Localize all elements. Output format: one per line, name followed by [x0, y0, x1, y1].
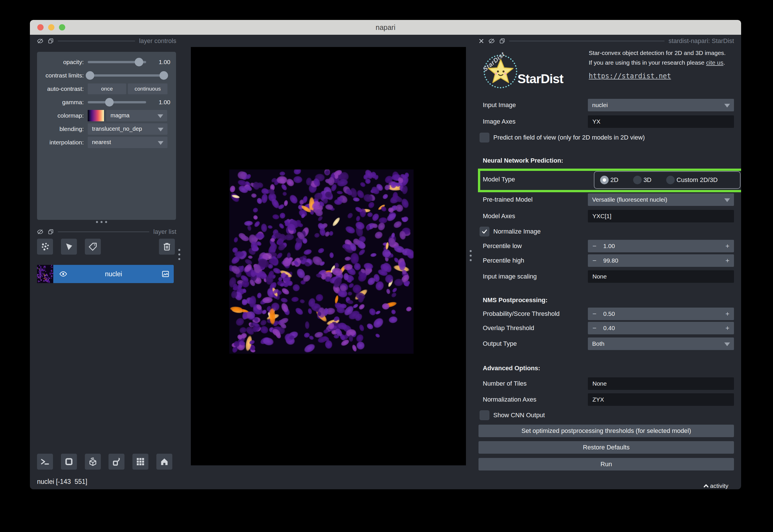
new-shapes-layer-button[interactable] — [61, 239, 77, 255]
viewer-canvas[interactable] — [191, 47, 466, 465]
home-icon — [159, 457, 169, 466]
layer-name: nuclei — [53, 270, 174, 278]
input-image-label: Input Image — [483, 99, 516, 111]
delete-layer-button[interactable] — [159, 239, 175, 255]
auto-contrast-continuous-button[interactable]: continuous — [128, 83, 167, 94]
image-layer-type-icon — [161, 270, 170, 278]
opacity-value: 1.00 — [159, 59, 176, 66]
float-dock-icon[interactable] — [48, 229, 54, 235]
radio-custom-2d3d[interactable]: Custom 2D/3D — [666, 176, 717, 184]
percentile-high-label: Percentile high — [483, 254, 524, 267]
roll-dimensions-button[interactable] — [85, 454, 101, 470]
radio-3d[interactable]: 3D — [633, 176, 651, 184]
napari-window: napari layer controls opacity: 1.00 cont… — [30, 20, 741, 489]
points-icon — [40, 242, 50, 251]
fov-checkbox[interactable] — [480, 133, 489, 142]
nn-prediction-heading: Neural Network Prediction: — [483, 157, 563, 164]
interpolation-row: interpolation: nearest — [37, 136, 176, 149]
transpose-icon — [111, 457, 122, 467]
auto-contrast-once-button[interactable]: once — [88, 83, 126, 94]
status-bar-text: nuclei [-143 551] — [37, 478, 87, 486]
blending-row: blending: translucent_no_dep — [37, 122, 176, 136]
new-points-layer-button[interactable] — [37, 239, 53, 255]
gamma-slider-handle[interactable] — [105, 98, 114, 107]
dock-header-rule — [509, 41, 664, 41]
dock-header-rule — [58, 41, 135, 41]
grid-icon — [136, 457, 145, 466]
increment-icon[interactable]: + — [725, 324, 734, 332]
increment-icon[interactable]: + — [725, 242, 734, 250]
layer-list-dock-title: layer list — [153, 228, 176, 236]
input-scaling-input[interactable]: None — [588, 270, 734, 283]
input-image-dropdown[interactable]: nuclei — [588, 99, 734, 111]
radio-circle[interactable] — [600, 176, 609, 184]
contrast-limits-slider[interactable] — [88, 71, 166, 80]
float-dock-icon[interactable] — [499, 38, 505, 44]
ndisplay-2d-button[interactable] — [61, 454, 77, 470]
layer-row-nuclei[interactable]: nuclei — [53, 265, 174, 283]
decrement-icon[interactable]: − — [588, 324, 596, 332]
overlap-threshold-spinbox[interactable]: − 0.40 + — [588, 322, 734, 334]
contrast-low-handle[interactable] — [86, 71, 94, 80]
hide-dock-icon[interactable] — [488, 38, 495, 44]
output-type-dropdown[interactable]: Both — [588, 337, 734, 350]
layer-controls-dock-title: layer controls — [139, 37, 176, 45]
home-reset-view-button[interactable] — [156, 454, 172, 470]
layer-thumbnail — [37, 265, 53, 283]
float-dock-icon[interactable] — [48, 38, 54, 44]
stardist-dock-title: stardist-napari: StarDist — [668, 37, 734, 45]
percentile-low-spinbox[interactable]: − 1.00 + — [588, 240, 734, 252]
model-type-label: Model Type — [483, 173, 515, 186]
activity-label: activity — [710, 482, 728, 489]
run-button[interactable]: Run — [478, 458, 734, 470]
gamma-slider[interactable] — [88, 98, 146, 107]
contrast-limits-row: contrast limits: — [37, 69, 176, 82]
activity-toggle[interactable]: activity — [702, 482, 728, 489]
interpolation-dropdown[interactable]: nearest — [88, 137, 167, 148]
grid-view-button[interactable] — [132, 454, 148, 470]
decrement-icon[interactable]: − — [588, 257, 596, 265]
normalize-image-checkbox[interactable] — [480, 227, 489, 236]
transpose-dimensions-button[interactable] — [109, 454, 124, 470]
chevron-down-icon — [158, 141, 163, 145]
hide-dock-icon[interactable] — [37, 38, 44, 44]
contrast-high-handle[interactable] — [159, 71, 168, 80]
contrast-limits-label: contrast limits: — [37, 72, 88, 79]
increment-icon[interactable]: + — [725, 310, 734, 318]
increment-icon[interactable]: + — [725, 257, 734, 265]
image-axes-input[interactable]: YX — [588, 115, 734, 128]
new-labels-layer-button[interactable] — [85, 239, 101, 255]
num-tiles-input[interactable]: None — [588, 377, 734, 390]
opacity-slider-handle[interactable] — [135, 58, 143, 66]
percentile-low-label: Percentile low — [483, 240, 522, 252]
normalization-axes-label: Normalization Axes — [483, 393, 536, 406]
dock-resize-handle[interactable] — [178, 249, 180, 260]
radio-2d[interactable]: 2D — [600, 176, 618, 184]
restore-defaults-button[interactable]: Restore Defaults — [478, 441, 734, 454]
chevron-up-icon — [702, 482, 710, 489]
decrement-icon[interactable]: − — [588, 242, 596, 250]
stardist-website-link[interactable]: https://stardist.net — [589, 72, 671, 80]
radio-circle[interactable] — [633, 176, 642, 184]
nms-heading: NMS Postprocessing: — [483, 296, 547, 304]
show-cnn-checkbox[interactable] — [480, 410, 489, 420]
tag-icon — [88, 242, 98, 251]
right-dock-resize-handle[interactable] — [470, 250, 472, 261]
close-dock-icon[interactable] — [478, 38, 484, 44]
star-icon — [486, 57, 516, 87]
pretrained-model-dropdown[interactable]: Versatile (fluorescent nuclei) — [588, 193, 734, 206]
radio-circle[interactable] — [666, 176, 675, 184]
colormap-dropdown[interactable]: magma — [106, 110, 167, 121]
opacity-slider[interactable] — [88, 58, 146, 66]
cite-us-link[interactable]: cite us — [706, 59, 723, 66]
model-axes-input[interactable]: YXC[1] — [588, 210, 734, 222]
set-optimized-thresholds-button[interactable]: Set optimized postprocessing thresholds … — [478, 425, 734, 437]
hide-dock-icon[interactable] — [37, 228, 44, 235]
percentile-high-spinbox[interactable]: − 99.80 + — [588, 254, 734, 267]
decrement-icon[interactable]: − — [588, 310, 596, 318]
console-button[interactable] — [37, 454, 53, 470]
normalization-axes-input[interactable]: ZYX — [588, 393, 734, 406]
blending-dropdown[interactable]: translucent_no_dep — [88, 123, 167, 135]
dock-separator-handle[interactable] — [96, 221, 107, 223]
prob-threshold-spinbox[interactable]: − 0.50 + — [588, 308, 734, 320]
